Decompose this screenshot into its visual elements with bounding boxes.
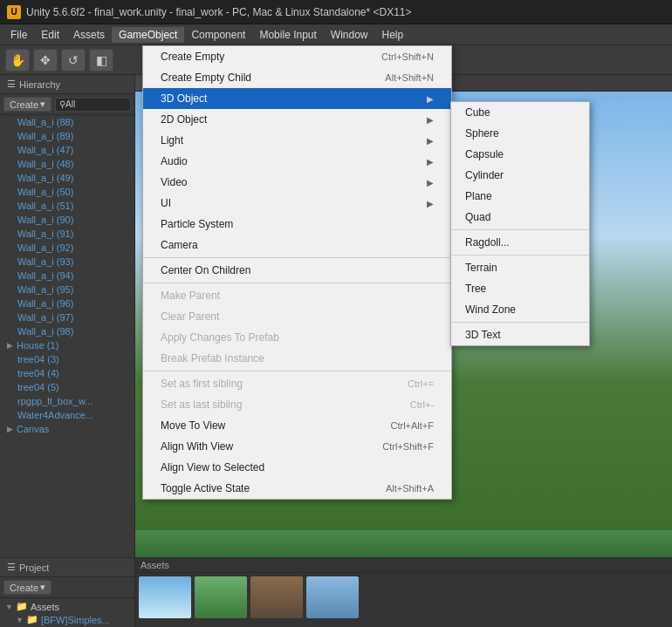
hierarchy-item[interactable]: Wall_a_i (95): [0, 283, 134, 296]
menu-gameobject[interactable]: GameObject: [112, 27, 184, 43]
item-label: tree04 (5): [17, 382, 59, 392]
hierarchy-item[interactable]: Wall_a_i (49): [0, 171, 134, 185]
game-viewport: [135, 92, 672, 557]
game-view-tabs: Game Asset Sto...: [135, 75, 672, 92]
toolbar: ✋ ✥ ↺ ◧: [0, 45, 672, 75]
hierarchy-item[interactable]: Wall_a_i (96): [0, 296, 134, 310]
project-icon: ☰: [7, 562, 16, 573]
asset-thumb-2[interactable]: [195, 576, 247, 618]
tab-asset-store[interactable]: Asset Sto...: [183, 75, 254, 91]
project-bfw-item[interactable]: ▼ 📁 [BFW]Simples...: [2, 613, 133, 626]
item-label: Wall_a_i (49): [17, 173, 73, 183]
bottom-panels: ☰ Project Create ▾ ▼ 📁 Assets ▼ 📁 [BFW]S…: [0, 557, 672, 627]
item-label: rpgpp_lt_box_w...: [17, 396, 93, 406]
asset-thumbnails: [135, 573, 672, 622]
item-label: House (1): [17, 340, 58, 351]
item-label: Wall_a_i (96): [17, 298, 73, 309]
menu-help[interactable]: Help: [375, 27, 411, 43]
asset-breadcrumb: Assets: [141, 560, 169, 570]
tab-game[interactable]: Game: [135, 75, 183, 91]
asset-toolbar: Assets: [135, 558, 672, 573]
create-arrow: ▾: [40, 99, 45, 110]
assets-expand-icon: ▼: [5, 603, 13, 611]
asset-thumb-4[interactable]: [306, 576, 359, 618]
item-label: Wall_a_i (88): [17, 117, 73, 127]
window-title: Unity 5.6.6f2 - final_work.unity - final…: [26, 6, 412, 18]
hierarchy-item[interactable]: Wall_a_i (88): [0, 115, 134, 129]
item-label: Wall_a_i (98): [17, 326, 73, 337]
menu-mobile-input[interactable]: Mobile Input: [252, 27, 323, 43]
hierarchy-item[interactable]: rpgpp_lt_box_w...: [0, 394, 134, 408]
item-label: Water4Advance...: [17, 410, 93, 420]
item-label: Wall_a_i (50): [17, 187, 73, 197]
project-title: Project: [19, 562, 49, 573]
hierarchy-item[interactable]: Wall_a_i (50): [0, 185, 134, 199]
hierarchy-header: ☰ Hierarchy: [0, 75, 134, 94]
item-label: tree04 (3): [17, 354, 59, 365]
asset-thumb-1[interactable]: [139, 576, 191, 618]
project-create-button[interactable]: Create ▾: [3, 580, 51, 595]
menu-bar: File Edit Assets GameObject Component Mo…: [0, 24, 672, 45]
bfw-expand-icon: ▼: [16, 616, 24, 624]
hierarchy-list: Wall_a_i (88)Wall_a_i (89)Wall_a_i (47)W…: [0, 115, 134, 436]
project-header: ☰ Project: [0, 558, 134, 577]
hierarchy-item[interactable]: ▶House (1): [0, 338, 134, 352]
project-assets-item[interactable]: ▼ 📁 Assets: [2, 600, 133, 613]
hierarchy-item[interactable]: ▶Canvas: [0, 422, 134, 436]
create-label: Create: [10, 99, 38, 110]
hierarchy-item[interactable]: Water4Advance...: [0, 408, 134, 422]
menu-file[interactable]: File: [3, 27, 34, 43]
item-label: Canvas: [17, 424, 49, 434]
item-label: Wall_a_i (90): [17, 215, 73, 225]
asset-thumb-3[interactable]: [250, 576, 303, 618]
rect-tool-button[interactable]: ◧: [89, 49, 113, 72]
menu-edit[interactable]: Edit: [34, 27, 66, 43]
hierarchy-item[interactable]: Wall_a_i (51): [0, 199, 134, 213]
item-label: Wall_a_i (94): [17, 270, 73, 281]
menu-assets[interactable]: Assets: [66, 27, 112, 43]
item-label: Wall_a_i (97): [17, 312, 73, 323]
hierarchy-item[interactable]: Wall_a_i (91): [0, 227, 134, 241]
game-view: Game Asset Sto...: [135, 75, 672, 557]
item-label: Wall_a_i (51): [17, 201, 73, 211]
hierarchy-item[interactable]: tree04 (4): [0, 366, 134, 380]
bfw-folder-icon: 📁: [26, 614, 38, 625]
rotate-tool-button[interactable]: ↺: [61, 49, 86, 72]
project-toolbar: Create ▾: [0, 577, 134, 598]
assets-folder-icon: 📁: [16, 601, 28, 612]
expand-icon: ▶: [7, 341, 13, 350]
project-panel: ☰ Project Create ▾ ▼ 📁 Assets ▼ 📁 [BFW]S…: [0, 558, 135, 627]
hierarchy-create-button[interactable]: Create ▾: [3, 97, 51, 112]
menu-window[interactable]: Window: [324, 27, 375, 43]
asset-area: Assets: [135, 558, 672, 627]
item-label: tree04 (4): [17, 368, 59, 378]
hierarchy-toolbar: Create ▾: [0, 94, 134, 115]
hierarchy-item[interactable]: Wall_a_i (93): [0, 255, 134, 269]
hierarchy-item[interactable]: Wall_a_i (47): [0, 143, 134, 157]
hierarchy-item[interactable]: tree04 (5): [0, 380, 134, 394]
hierarchy-item[interactable]: Wall_a_i (92): [0, 241, 134, 255]
hierarchy-item[interactable]: Wall_a_i (97): [0, 310, 134, 324]
move-tool-button[interactable]: ✥: [33, 49, 58, 72]
main-area: ☰ Hierarchy Create ▾ Wall_a_i (88)Wall_a…: [0, 75, 672, 557]
item-label: Wall_a_i (48): [17, 159, 73, 169]
hierarchy-item[interactable]: Wall_a_i (94): [0, 269, 134, 283]
unity-icon: U: [7, 5, 21, 19]
expand-icon: ▶: [7, 425, 13, 433]
hierarchy-item[interactable]: tree04 (3): [0, 352, 134, 366]
hierarchy-icon: ☰: [7, 78, 16, 90]
hierarchy-search-input[interactable]: [55, 98, 131, 112]
hierarchy-panel: ☰ Hierarchy Create ▾ Wall_a_i (88)Wall_a…: [0, 75, 135, 557]
hierarchy-item[interactable]: Wall_a_i (48): [0, 157, 134, 171]
menu-component[interactable]: Component: [184, 27, 252, 43]
title-bar: U Unity 5.6.6f2 - final_work.unity - fin…: [0, 0, 672, 24]
item-label: Wall_a_i (92): [17, 242, 73, 253]
hierarchy-title: Hierarchy: [19, 79, 60, 90]
item-label: Wall_a_i (91): [17, 228, 73, 239]
hierarchy-item[interactable]: Wall_a_i (90): [0, 213, 134, 227]
hierarchy-item[interactable]: Wall_a_i (98): [0, 324, 134, 338]
hand-tool-button[interactable]: ✋: [5, 49, 30, 72]
hierarchy-item[interactable]: Wall_a_i (89): [0, 129, 134, 143]
item-label: Wall_a_i (47): [17, 145, 73, 155]
project-tree: ▼ 📁 Assets ▼ 📁 [BFW]Simples... 📁 Example…: [0, 598, 134, 627]
